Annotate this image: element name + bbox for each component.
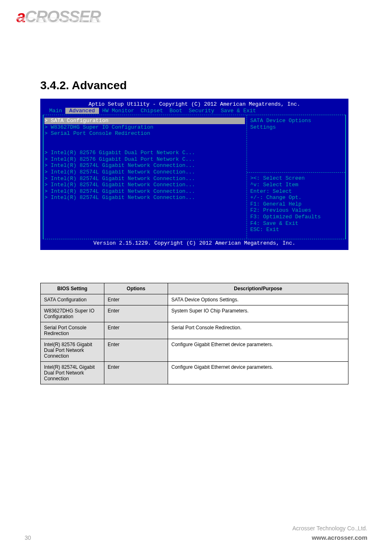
bios-frame: > SATA Configuration> W83627DHG Super IO…: [43, 115, 346, 239]
bios-menu-item: > Intel(R) 82574L Gigabit Network Connec…: [44, 188, 245, 195]
table-cell: W83627DHG Super IO Configuration: [41, 305, 104, 322]
bios-menu-item: > W83627DHG Super IO Configuration: [44, 124, 245, 131]
table-row: Intel(R) 82576 Gigabit Dual Port Network…: [41, 339, 348, 362]
table-cell: Enter: [104, 294, 168, 305]
bios-menu-item: > Serial Port Console Redirection: [44, 130, 245, 137]
table-cell: System Super IO Chip Parameters.: [168, 305, 348, 322]
section-heading: 3.4.2. Advanced: [40, 79, 127, 92]
table-cell: Enter: [104, 339, 168, 362]
bios-menu-item: > Intel(R) 82574L Gigabit Network Connec…: [44, 169, 245, 176]
bios-menu-item: > Intel(R) 82576 Gigabit Dual Port Netwo…: [44, 156, 245, 163]
bios-menu-item: > SATA Configuration: [44, 118, 245, 124]
bios-title: Aptio Setup Utility - Copyright (C) 2012…: [40, 99, 348, 108]
table-cell: Intel(R) 82576 Gigabit Dual Port Network…: [41, 339, 104, 362]
table-row: Serial Port Console RedirectionEnterSeri…: [41, 322, 348, 339]
table-cell: Serial Port Console Redirection.: [168, 322, 348, 339]
table-header: Options: [104, 283, 168, 294]
bios-tab-bar: Main Advanced HW Monitor Chipset Boot Se…: [40, 108, 348, 115]
bios-help-separator: [247, 172, 345, 173]
table-cell: Enter: [104, 305, 168, 322]
table-header: BIOS Setting: [41, 283, 104, 294]
bios-tab-selected: Advanced: [65, 108, 99, 114]
table-row: W83627DHG Super IO ConfigurationEnterSys…: [41, 305, 348, 322]
table-cell: Enter: [104, 322, 168, 339]
bios-screenshot: Aptio Setup Utility - Copyright (C) 2012…: [40, 99, 348, 250]
table-cell: SATA Configuration: [41, 294, 104, 305]
brand-logo-reflection: aCROSSER: [16, 16, 100, 25]
table-row: SATA ConfigurationEnterSATA Device Optio…: [41, 294, 348, 305]
page-number: 30: [25, 534, 31, 541]
bios-menu-list: > SATA Configuration> W83627DHG Super IO…: [44, 115, 247, 238]
table-cell: SATA Device Options Settings.: [168, 294, 348, 305]
bios-help-pane: SATA Device Options Settings ><: Select …: [247, 115, 345, 238]
table-header-row: BIOS Setting Options Description/Purpose: [41, 283, 348, 294]
bios-footer: Version 2.15.1229. Copyright (C) 2012 Am…: [40, 239, 348, 249]
bios-help-keys: ><: Select Screen ^v: Select Item Enter:…: [250, 175, 344, 233]
bios-menu-item: > Intel(R) 82574L Gigabit Network Connec…: [44, 194, 245, 201]
table-header: Description/Purpose: [168, 283, 348, 294]
bios-menu-item: > Intel(R) 82574L Gigabit Network Connec…: [44, 182, 245, 188]
page-footer: Acrosser Technology Co.,Ltd. www.acrosse…: [292, 524, 367, 543]
bios-menu-item: > Intel(R) 82574L Gigabit Network Connec…: [44, 162, 245, 169]
table-cell: Intel(R) 82574L Gigabit Dual Port Networ…: [41, 362, 104, 384]
bios-menu-item: > Intel(R) 82574L Gigabit Network Connec…: [44, 176, 245, 182]
table-cell: Serial Port Console Redirection: [41, 322, 104, 339]
table-cell: Enter: [104, 362, 168, 384]
table-row: Intel(R) 82574L Gigabit Dual Port Networ…: [41, 362, 348, 384]
bios-help-top: SATA Device Options Settings: [250, 118, 344, 130]
bios-menu-item: [44, 143, 245, 150]
footer-url: www.acrosser.com: [292, 533, 367, 543]
footer-company: Acrosser Technology Co.,Ltd.: [292, 524, 367, 533]
options-table: BIOS Setting Options Description/Purpose…: [40, 283, 348, 384]
bios-menu-item: > Intel(R) 82576 Gigabit Dual Port Netwo…: [44, 150, 245, 156]
bios-menu-item: [44, 137, 245, 143]
table-cell: Configure Gigabit Ethernet device parame…: [168, 339, 348, 362]
table-cell: Configure Gigabit Ethernet device parame…: [168, 362, 348, 384]
